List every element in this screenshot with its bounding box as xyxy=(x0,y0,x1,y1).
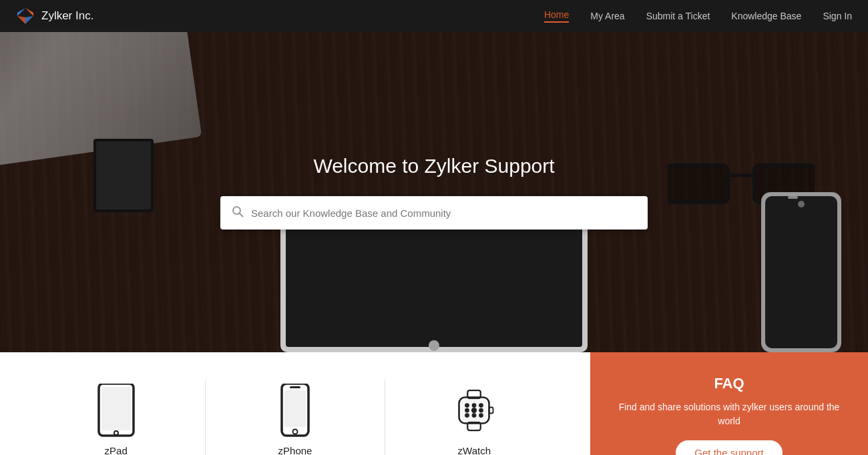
zwatch-label: zWatch xyxy=(458,445,491,456)
svg-marker-3 xyxy=(25,16,33,24)
search-bar[interactable] xyxy=(220,196,648,230)
hero-section: Welcome to Zylker Support xyxy=(0,32,868,352)
svg-point-38 xyxy=(479,408,483,412)
svg-point-37 xyxy=(471,407,477,412)
zpad-icon xyxy=(96,384,136,437)
nav-sign-in[interactable]: Sign In xyxy=(823,11,852,21)
brand[interactable]: Zylker Inc. xyxy=(16,7,93,25)
svg-point-13 xyxy=(429,340,439,351)
svg-point-33 xyxy=(465,403,469,408)
svg-point-36 xyxy=(465,408,469,412)
product-zpad[interactable]: zPad xyxy=(27,384,205,456)
svg-point-34 xyxy=(472,403,477,408)
svg-rect-9 xyxy=(670,167,726,200)
svg-point-39 xyxy=(465,413,469,418)
search-icon xyxy=(231,205,244,221)
svg-point-35 xyxy=(479,403,483,408)
svg-rect-19 xyxy=(96,141,151,209)
get-support-button[interactable]: Get the support xyxy=(676,440,782,456)
zphone-label: zPhone xyxy=(278,445,312,456)
svg-rect-17 xyxy=(788,196,798,199)
product-zwatch[interactable]: zWatch xyxy=(385,384,564,456)
svg-line-21 xyxy=(240,213,243,216)
navbar-links: Home My Area Submit a Ticket Knowledge B… xyxy=(544,9,852,23)
bottom-section: zPad zPhone xyxy=(0,352,868,455)
svg-point-40 xyxy=(472,413,477,418)
svg-point-41 xyxy=(479,413,483,418)
svg-point-27 xyxy=(292,429,297,434)
svg-rect-42 xyxy=(489,407,493,413)
zphone-icon xyxy=(275,384,315,437)
product-zphone[interactable]: zPhone xyxy=(206,384,384,456)
svg-rect-26 xyxy=(284,390,306,427)
brand-logo-icon xyxy=(16,7,35,25)
zpad-label: zPad xyxy=(105,445,128,456)
zwatch-icon xyxy=(454,384,494,437)
svg-point-24 xyxy=(114,431,118,435)
svg-marker-0 xyxy=(25,8,33,16)
phone-decoration xyxy=(761,192,841,352)
svg-marker-2 xyxy=(17,16,25,24)
nav-my-area[interactable]: My Area xyxy=(590,11,624,21)
brand-name: Zylker Inc. xyxy=(41,9,93,23)
svg-rect-23 xyxy=(101,387,131,430)
products-section: zPad zPhone xyxy=(0,352,590,455)
faq-panel: FAQ Find and share solutions with zylker… xyxy=(590,352,868,455)
book-decoration xyxy=(93,139,154,212)
svg-point-16 xyxy=(798,201,805,207)
nav-submit-ticket[interactable]: Submit a Ticket xyxy=(646,11,710,21)
svg-marker-1 xyxy=(17,8,25,16)
svg-rect-15 xyxy=(765,196,837,348)
hero-title: Welcome to Zylker Support xyxy=(313,155,554,177)
svg-rect-28 xyxy=(290,386,300,388)
faq-title: FAQ xyxy=(714,375,744,392)
faq-description: Find and share solutions with zylker use… xyxy=(617,400,841,428)
navbar: Zylker Inc. Home My Area Submit a Ticket… xyxy=(0,0,868,32)
search-input[interactable] xyxy=(251,207,637,219)
nav-knowledge-base[interactable]: Knowledge Base xyxy=(731,11,801,21)
nav-home[interactable]: Home xyxy=(544,9,569,23)
svg-rect-12 xyxy=(286,211,582,347)
